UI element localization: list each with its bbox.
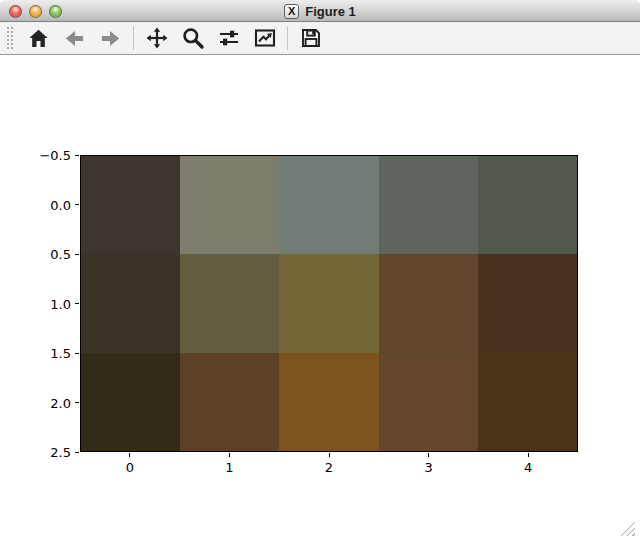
heatmap-cell-r0c4 xyxy=(478,156,577,254)
y-axis-tick xyxy=(75,402,79,403)
x-axis-tick xyxy=(428,453,429,457)
x-axis-tick xyxy=(329,453,330,457)
heatmap-cell-r0c1 xyxy=(180,156,279,254)
heatmap-cell-r0c0 xyxy=(81,156,180,254)
edit-plot-button[interactable] xyxy=(251,25,278,52)
y-axis-tick-label: 1.5 xyxy=(50,347,71,360)
configure-subplots-icon xyxy=(217,26,241,50)
y-axis-tick xyxy=(75,155,79,156)
forward-button[interactable] xyxy=(97,25,124,52)
y-axis-tick-label: −0.5 xyxy=(39,149,71,162)
save-button[interactable] xyxy=(297,25,324,52)
heatmap-cell-r2c0 xyxy=(81,353,180,451)
zoom-to-rect-button[interactable] xyxy=(179,25,206,52)
heatmap-cell-r1c1 xyxy=(180,254,279,352)
back-button[interactable] xyxy=(61,25,88,52)
axes-area[interactable]: −0.50.00.51.01.52.02.501234 xyxy=(80,155,578,452)
window-title-label: Figure 1 xyxy=(305,4,356,19)
heatmap-cell-r1c3 xyxy=(379,254,478,352)
zoom-to-rect-icon xyxy=(181,26,205,50)
heatmap-cell-r2c2 xyxy=(279,353,378,451)
title-bar[interactable]: X Figure 1 xyxy=(0,0,640,22)
y-axis-tick-label: 0.0 xyxy=(50,198,71,211)
home-icon xyxy=(27,27,50,50)
toolbar-separator xyxy=(287,26,288,50)
figure-canvas: −0.50.00.51.01.52.02.501234 xyxy=(0,56,640,541)
configure-subplots-button[interactable] xyxy=(215,25,242,52)
heatmap-cell-r0c3 xyxy=(379,156,478,254)
y-axis-tick xyxy=(75,353,79,354)
y-axis-tick xyxy=(75,254,79,255)
toolbar-drag-handle[interactable] xyxy=(6,26,13,50)
y-axis-tick xyxy=(75,204,79,205)
home-button[interactable] xyxy=(25,25,52,52)
heatmap-cell-r2c3 xyxy=(379,353,478,451)
x-axis-tick-label: 0 xyxy=(126,461,134,474)
heatmap-image xyxy=(80,155,578,452)
heatmap-cell-r1c0 xyxy=(81,254,180,352)
back-icon xyxy=(63,27,86,50)
heatmap-cell-r1c4 xyxy=(478,254,577,352)
pan-icon xyxy=(145,26,169,50)
toolbar-separator xyxy=(133,26,134,50)
y-axis-tick-label: 2.0 xyxy=(50,396,71,409)
figure-window: X Figure 1 xyxy=(0,0,640,541)
save-icon xyxy=(299,26,323,50)
pan-button[interactable] xyxy=(143,25,170,52)
heatmap-cell-r1c2 xyxy=(279,254,378,352)
heatmap-cell-r0c2 xyxy=(279,156,378,254)
heatmap-cell-r2c1 xyxy=(180,353,279,451)
resize-grip[interactable] xyxy=(620,521,635,536)
toolbar xyxy=(0,22,640,55)
x-axis-tick-label: 4 xyxy=(524,461,532,474)
x-axis-tick xyxy=(129,453,130,457)
x-axis-tick-label: 3 xyxy=(424,461,432,474)
y-axis-tick xyxy=(75,452,79,453)
y-axis-tick-label: 1.0 xyxy=(50,297,71,310)
y-axis-tick-label: 0.5 xyxy=(50,248,71,261)
x11-icon: X xyxy=(284,4,299,19)
window-title: X Figure 1 xyxy=(0,0,640,22)
y-axis-tick xyxy=(75,303,79,304)
x-axis-tick xyxy=(528,453,529,457)
x-axis-tick-label: 2 xyxy=(325,461,333,474)
x-axis-tick xyxy=(229,453,230,457)
x-axis-tick-label: 1 xyxy=(225,461,233,474)
forward-icon xyxy=(99,27,122,50)
heatmap-cell-r2c4 xyxy=(478,353,577,451)
y-axis-tick-label: 2.5 xyxy=(50,446,71,459)
edit-plot-icon xyxy=(253,26,277,50)
